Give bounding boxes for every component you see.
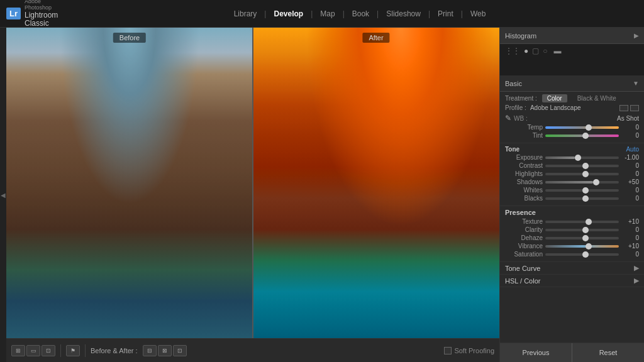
- highlights-slider-track[interactable]: [545, 173, 619, 175]
- before-side: Before: [6, 28, 253, 338]
- basic-title: Basic: [505, 80, 522, 87]
- square-icon[interactable]: ▢: [532, 47, 539, 55]
- module-nav: Library | Develop | Map | Book | Slidesh…: [75, 7, 644, 21]
- histogram-tools: ⋮⋮ ● ▢ ○ ▬: [505, 47, 639, 55]
- lr-badge: Lr: [6, 8, 21, 19]
- grid-icon[interactable]: ⋮⋮: [505, 47, 520, 55]
- tint-label: Tint: [505, 132, 543, 139]
- nav-library[interactable]: Library: [228, 7, 264, 21]
- previous-button[interactable]: Previous: [500, 343, 572, 362]
- tone-auto-btn[interactable]: Auto: [626, 146, 639, 153]
- saturation-slider-track[interactable]: [545, 253, 619, 256]
- exposure-slider-thumb[interactable]: [575, 155, 581, 161]
- nav-book[interactable]: Book: [346, 7, 375, 21]
- treatment-section: Treatment : Color Black & White Profile …: [500, 92, 644, 143]
- tint-slider-track[interactable]: [545, 134, 619, 137]
- flag-btn[interactable]: ⚑: [66, 345, 80, 356]
- vibrance-slider-row: Vibrance +10: [505, 243, 639, 250]
- whites-slider-row: Whites 0: [505, 187, 639, 194]
- histogram-collapse-icon[interactable]: ▶: [634, 32, 639, 39]
- reset-button[interactable]: Reset: [572, 343, 644, 362]
- loupe-view-btn[interactable]: ▭: [26, 345, 40, 356]
- exposure-slider-track[interactable]: [545, 156, 619, 159]
- wb-value[interactable]: As Shot: [617, 115, 639, 122]
- blacks-slider-thumb[interactable]: [582, 195, 589, 202]
- shadows-slider-row: Shadows +50: [505, 178, 639, 185]
- texture-slider-track[interactable]: [545, 221, 619, 223]
- nav-develop[interactable]: Develop: [267, 7, 309, 21]
- circle2-icon[interactable]: ○: [543, 47, 547, 55]
- exposure-slider-icon[interactable]: ▬: [554, 47, 562, 55]
- shadows-value: +50: [621, 178, 639, 185]
- tone-curve-section[interactable]: Tone Curve ▶: [500, 262, 644, 275]
- color-treatment-btn[interactable]: Color: [542, 94, 567, 102]
- tone-curve-title: Tone Curve: [505, 265, 540, 272]
- left-panel-toggle[interactable]: ◀: [0, 28, 6, 362]
- clarity-slider-thumb[interactable]: [582, 227, 589, 233]
- hsl-section[interactable]: HSL / Color ▶: [500, 275, 644, 287]
- tint-value: 0: [621, 132, 639, 139]
- view-tools: ⊞ ▭ ⊡: [11, 345, 55, 356]
- contrast-value: 0: [621, 162, 639, 169]
- shadows-slider-thumb[interactable]: [593, 179, 599, 185]
- soft-proof-checkbox[interactable]: [444, 347, 452, 354]
- whites-slider-track[interactable]: [545, 189, 619, 192]
- tone-curve-collapse-icon: ▶: [634, 264, 639, 272]
- blacks-slider-track[interactable]: [545, 197, 619, 200]
- circle-icon[interactable]: ●: [524, 47, 528, 55]
- bw-treatment-btn[interactable]: Black & White: [572, 94, 621, 102]
- dehaze-slider-thumb[interactable]: [582, 235, 589, 241]
- tone-title: Tone: [505, 146, 519, 153]
- saturation-slider-row: Saturation 0: [505, 251, 639, 258]
- vibrance-label: Vibrance: [505, 243, 543, 250]
- highlights-slider-thumb[interactable]: [582, 171, 589, 177]
- soft-proofing: Soft Proofing: [444, 347, 494, 354]
- nav-print[interactable]: Print: [431, 7, 460, 21]
- exposure-slider-row: Exposure -1.00: [505, 154, 639, 161]
- ba-split-btn[interactable]: ⊠: [158, 345, 172, 356]
- temp-slider-track[interactable]: [545, 126, 619, 129]
- after-side: After: [253, 28, 499, 338]
- whites-slider-thumb[interactable]: [582, 187, 589, 194]
- left-arrow-icon: ◀: [1, 192, 6, 199]
- basic-collapse-icon[interactable]: ▼: [633, 80, 639, 87]
- exposure-label: Exposure: [505, 154, 543, 161]
- tone-header: Tone Auto: [505, 146, 639, 153]
- ba-side-btn[interactable]: ⊟: [143, 345, 157, 356]
- vibrance-slider-thumb[interactable]: [586, 243, 592, 250]
- saturation-label: Saturation: [505, 251, 543, 258]
- saturation-slider-thumb[interactable]: [582, 251, 589, 258]
- tint-slider-thumb[interactable]: [582, 133, 589, 139]
- texture-slider-thumb[interactable]: [586, 219, 592, 225]
- nav-web[interactable]: Web: [464, 7, 492, 21]
- before-after-toggle[interactable]: Before & After :: [91, 347, 138, 354]
- top-navigation: Lr Adobe Photoshop Lightroom Classic Lib…: [0, 0, 644, 28]
- basic-section-header[interactable]: Basic ▼: [500, 75, 644, 92]
- contrast-slider-track[interactable]: [545, 165, 619, 167]
- shadows-slider-track[interactable]: [545, 181, 619, 184]
- dehaze-slider-track[interactable]: [545, 237, 619, 239]
- ba-swap-btn[interactable]: ⊡: [173, 345, 187, 356]
- eyedropper-icon[interactable]: ✎: [505, 114, 511, 123]
- clarity-slider-row: Clarity 0: [505, 226, 639, 233]
- profile-icon-2[interactable]: [630, 105, 639, 111]
- panel-bottom-buttons: Previous Reset: [500, 343, 644, 362]
- nav-map[interactable]: Map: [314, 7, 341, 21]
- temp-slider-row: Temp 0: [505, 124, 639, 131]
- temp-slider-thumb[interactable]: [586, 124, 592, 131]
- before-after-text: Before & After :: [91, 347, 138, 354]
- app-logo: Lr Adobe Photoshop Lightroom Classic: [0, 0, 75, 28]
- compare-view-btn[interactable]: ⊡: [42, 345, 55, 356]
- right-panel: Histogram ▶ ⋮⋮ ● ▢ ○ ▬ Basic ▼ Treat: [499, 28, 644, 362]
- vibrance-slider-track[interactable]: [545, 245, 619, 248]
- histogram-header: Histogram ▶: [500, 28, 644, 44]
- grid-view-btn[interactable]: ⊞: [11, 345, 25, 356]
- vibrance-value: +10: [621, 243, 639, 250]
- ba-view-options: ⊟ ⊠ ⊡: [143, 345, 187, 356]
- profile-value[interactable]: Adobe Landscape: [530, 104, 616, 111]
- clarity-slider-track[interactable]: [545, 229, 619, 231]
- after-image: [253, 28, 499, 338]
- contrast-slider-thumb[interactable]: [582, 163, 589, 169]
- nav-slideshow[interactable]: Slideshow: [380, 7, 427, 21]
- profile-icon-1[interactable]: [619, 105, 628, 111]
